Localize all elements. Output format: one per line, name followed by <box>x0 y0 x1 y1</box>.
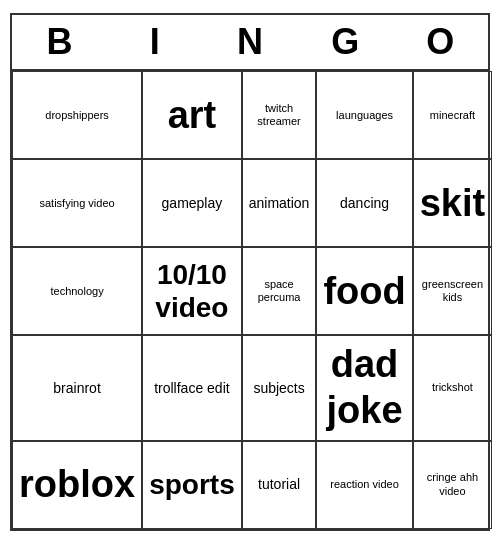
bingo-letter: G <box>301 21 389 63</box>
bingo-cell: minecraft <box>413 71 492 159</box>
bingo-cell: cringe ahh video <box>413 441 492 529</box>
bingo-letter: B <box>16 21 104 63</box>
cell-label: dropshippers <box>45 109 109 122</box>
bingo-cell: gameplay <box>142 159 242 247</box>
bingo-cell: subjects <box>242 335 317 440</box>
bingo-cell: trickshot <box>413 335 492 440</box>
bingo-cell: twitch streamer <box>242 71 317 159</box>
cell-label: sports <box>149 468 235 502</box>
cell-label: twitch streamer <box>249 102 310 128</box>
cell-label: gameplay <box>162 195 223 212</box>
bingo-cell: dad joke <box>316 335 412 440</box>
bingo-cell: animation <box>242 159 317 247</box>
bingo-cell: tutorial <box>242 441 317 529</box>
cell-label: roblox <box>19 462 135 508</box>
bingo-cell: technology <box>12 247 142 335</box>
cell-label: dancing <box>340 195 389 212</box>
bingo-cell: trollface edit <box>142 335 242 440</box>
cell-label: trollface edit <box>154 380 229 397</box>
bingo-header: BINGO <box>10 13 490 69</box>
cell-label: cringe ahh video <box>420 471 485 497</box>
bingo-cell: art <box>142 71 242 159</box>
bingo-cell: reaction video <box>316 441 412 529</box>
cell-label: brainrot <box>53 380 100 397</box>
bingo-cell: space percuma <box>242 247 317 335</box>
cell-label: 10/10 video <box>149 258 235 325</box>
bingo-letter: I <box>111 21 199 63</box>
bingo-card: BINGO dropshippersarttwitch streamerlaun… <box>10 13 490 530</box>
cell-label: reaction video <box>330 478 399 491</box>
bingo-letter: O <box>396 21 484 63</box>
bingo-cell: brainrot <box>12 335 142 440</box>
cell-label: minecraft <box>430 109 475 122</box>
cell-label: food <box>323 269 405 315</box>
cell-label: animation <box>249 195 310 212</box>
cell-label: art <box>168 93 217 139</box>
cell-label: tutorial <box>258 476 300 493</box>
bingo-cell: skit <box>413 159 492 247</box>
cell-label: greenscreen kids <box>420 278 485 304</box>
bingo-grid: dropshippersarttwitch streamerlaunguages… <box>10 69 490 530</box>
cell-label: technology <box>50 285 103 298</box>
bingo-cell: 10/10 video <box>142 247 242 335</box>
bingo-cell: satisfying video <box>12 159 142 247</box>
cell-label: satisfying video <box>39 197 114 210</box>
bingo-cell: dancing <box>316 159 412 247</box>
bingo-cell: sports <box>142 441 242 529</box>
bingo-cell: roblox <box>12 441 142 529</box>
cell-label: skit <box>420 181 485 227</box>
cell-label: launguages <box>336 109 393 122</box>
cell-label: space percuma <box>249 278 310 304</box>
bingo-cell: greenscreen kids <box>413 247 492 335</box>
cell-label: trickshot <box>432 381 473 394</box>
bingo-cell: launguages <box>316 71 412 159</box>
cell-label: subjects <box>253 380 304 397</box>
bingo-cell: food <box>316 247 412 335</box>
bingo-cell: dropshippers <box>12 71 142 159</box>
bingo-letter: N <box>206 21 294 63</box>
cell-label: dad joke <box>323 342 405 433</box>
